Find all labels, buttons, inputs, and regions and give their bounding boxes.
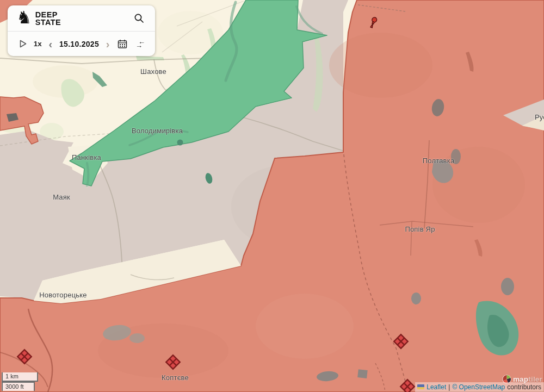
scale-metric: 1 km [2,372,38,382]
play-button[interactable] [18,39,28,49]
brand-line1: DEEP [35,11,61,18]
jump-compare-button[interactable]: ← → [134,39,146,49]
deepstate-control-panel: ♞ DEEP STATE 1x ‹ [8,5,155,56]
search-icon [134,13,144,23]
unit-marker-icon[interactable] [164,353,182,373]
ukraine-flag-icon [417,384,424,389]
osm-link[interactable]: © OpenStreetMap [452,383,505,391]
knight-icon: ♞ [16,9,32,26]
prev-day-button[interactable]: ‹ [48,38,54,50]
calendar-button[interactable] [116,38,128,50]
attribution-separator: | [448,383,450,391]
brand-line2: STATE [35,18,61,26]
attribution-suffix: contributors [507,383,541,391]
pin-marker-icon[interactable] [366,16,380,32]
map-viewport[interactable]: ШаховеВолодимирівкаПанківкаМаякНовоторец… [0,0,544,392]
calendar-icon [118,39,127,49]
scale-imperial: 3000 ft [2,382,35,391]
unit-marker-icon[interactable] [399,378,416,392]
next-day-button[interactable]: › [105,38,111,50]
map-canvas[interactable] [0,0,544,392]
playback-speed[interactable]: 1x [34,40,42,48]
arrow-right-icon: → [135,43,143,48]
leaflet-link[interactable]: Leaflet [426,383,446,391]
unit-marker-icon[interactable] [392,333,410,352]
scale-control: 1 km 3000 ft [2,372,38,391]
attribution-bar: Leaflet | © OpenStreetMap contributors [415,382,544,392]
unit-marker-icon[interactable] [16,348,33,368]
play-icon [20,40,27,48]
date-display[interactable]: 15.10.2025 [59,40,99,48]
deepstate-logo: ♞ DEEP STATE [16,11,61,26]
search-button[interactable] [133,12,145,24]
